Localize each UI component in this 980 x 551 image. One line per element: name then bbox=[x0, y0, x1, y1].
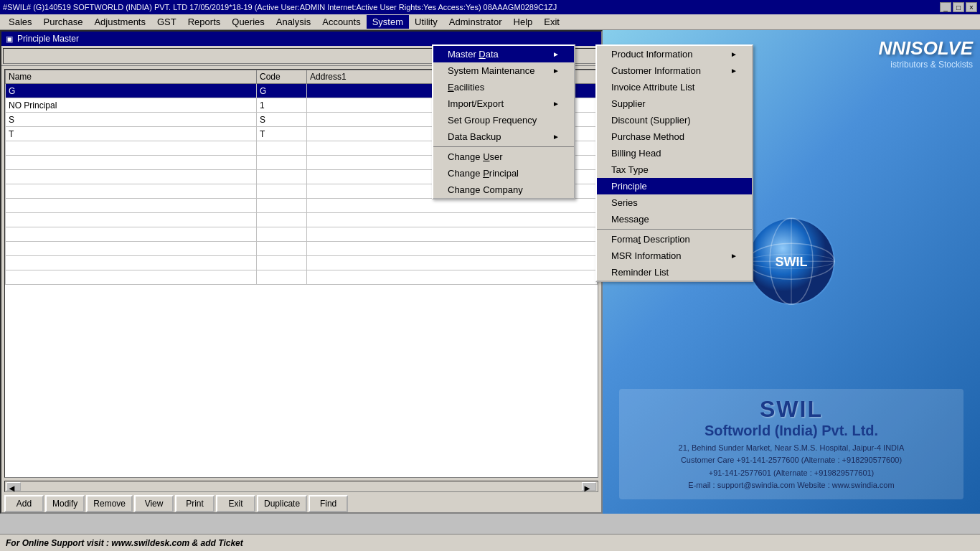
add-button[interactable]: Add bbox=[4, 495, 44, 512]
app-window-title: Principle Master bbox=[17, 34, 79, 44]
menu-exit[interactable]: Exit bbox=[538, 15, 565, 29]
submenu-item-billing-head[interactable]: Billing Head bbox=[597, 145, 752, 161]
email-line: E-mail : support@swindia.com Website : w… bbox=[631, 479, 952, 492]
menu-bar: Sales Purchase Adjustments GST Reports Q… bbox=[0, 14, 980, 30]
menu-item-change-company[interactable]: Change Company bbox=[433, 182, 574, 198]
submenu-item-principle[interactable]: Principle bbox=[597, 178, 752, 194]
print-button[interactable]: Print bbox=[175, 495, 215, 512]
care-line1: Customer Care +91-141-2577600 (Alternate… bbox=[631, 454, 952, 467]
submenu-item-tax-type[interactable]: Tax Type bbox=[597, 161, 752, 178]
menu-accounts[interactable]: Accounts bbox=[316, 15, 366, 29]
distributors-label: istributors & Stockists bbox=[890, 60, 973, 70]
horizontal-scrollbar[interactable]: ◄ ► bbox=[4, 481, 598, 492]
menu-item-change-principal[interactable]: Change Principal bbox=[433, 165, 574, 182]
menu-system[interactable]: System bbox=[367, 15, 409, 29]
submenu-item-invoice-attribute[interactable]: Invoice Attribute List bbox=[597, 79, 752, 95]
svg-text:SWIL: SWIL bbox=[776, 255, 808, 269]
menu-item-change-user[interactable]: Change User bbox=[433, 149, 574, 165]
submenu-separator bbox=[597, 229, 752, 230]
master-data-submenu: Product Information ► Customer Informati… bbox=[595, 44, 753, 282]
modify-button[interactable]: Modify bbox=[45, 495, 85, 512]
exit-button[interactable]: Exit bbox=[216, 495, 255, 512]
submenu-item-reminder-list[interactable]: Reminder List bbox=[597, 264, 752, 281]
status-text: For Online Support visit : www.swildesk.… bbox=[6, 538, 243, 548]
menu-help[interactable]: Help bbox=[508, 15, 539, 29]
menu-item-system-maintenance[interactable]: System Maintenance ► bbox=[433, 62, 574, 79]
table-row[interactable] bbox=[6, 227, 598, 242]
menu-queries[interactable]: Queries bbox=[226, 15, 270, 29]
submenu-item-purchase-method[interactable]: Purchase Method bbox=[597, 128, 752, 145]
system-dropdown-menu: Master Data ► System Maintenance ► Eacil… bbox=[432, 44, 575, 199]
swil-title: SWIL bbox=[631, 396, 952, 423]
company-info: SWIL Softworld (India) Pvt. Ltd. 21, Beh… bbox=[619, 389, 963, 499]
menu-sales[interactable]: Sales bbox=[3, 15, 38, 29]
menu-gst[interactable]: GST bbox=[151, 15, 182, 29]
table-row[interactable] bbox=[6, 199, 598, 213]
cell-name: T bbox=[6, 127, 257, 141]
maximize-button[interactable]: □ bbox=[953, 2, 964, 12]
menu-purchase[interactable]: Purchase bbox=[38, 15, 89, 29]
submenu-item-customer-info[interactable]: Customer Information ► bbox=[597, 62, 752, 79]
nisolve-branding: NNISOLVE istributors & Stockists bbox=[879, 37, 973, 70]
menu-item-master-data[interactable]: Master Data ► bbox=[433, 46, 574, 62]
table-row[interactable] bbox=[6, 242, 598, 256]
menu-adjustments[interactable]: Adjustments bbox=[88, 15, 151, 29]
button-bar: Add Modify Remove View Print Exit Duplic… bbox=[1, 492, 601, 515]
nisolve-text: NNISOLVE bbox=[879, 37, 973, 60]
address-line: 21, Behind Sunder Market, Near S.M.S. Ho… bbox=[631, 442, 952, 455]
app-title: #SWIL# (G)140519 SOFTWORLD (INDIA) PVT. … bbox=[3, 3, 557, 11]
cell-name: G bbox=[6, 84, 257, 98]
menu-separator bbox=[433, 146, 574, 147]
menu-item-set-group-frequency[interactable]: Set Group Frequency bbox=[433, 112, 574, 128]
title-bar: #SWIL# (G)140519 SOFTWORLD (INDIA) PVT. … bbox=[0, 0, 980, 14]
remove-button[interactable]: Remove bbox=[86, 495, 133, 512]
cell-code: S bbox=[257, 113, 307, 127]
title-bar-text: #SWIL# (G)140519 SOFTWORLD (INDIA) PVT. … bbox=[3, 3, 557, 11]
close-button[interactable]: × bbox=[966, 2, 977, 12]
app-title-bar: ▣ Principle Master bbox=[1, 32, 601, 46]
submenu-item-discount-supplier[interactable]: Discount (Supplier) bbox=[597, 112, 752, 128]
distributors-text: istributors & Stockists bbox=[879, 60, 973, 70]
menu-analysis[interactable]: Analysis bbox=[270, 15, 316, 29]
menu-item-data-backup[interactable]: Data Backup ► bbox=[433, 128, 574, 145]
submenu-item-supplier[interactable]: Supplier bbox=[597, 95, 752, 112]
company-name: Softworld (India) Pvt. Ltd. bbox=[631, 423, 952, 439]
menu-utility[interactable]: Utility bbox=[409, 15, 443, 29]
cell-name: NO Principal bbox=[6, 98, 257, 113]
submenu-item-series[interactable]: Series bbox=[597, 194, 752, 211]
submenu-item-product-info[interactable]: Product Information ► bbox=[597, 46, 752, 62]
care-line2: +91-141-2577601 (Alternate : +9198295776… bbox=[631, 467, 952, 480]
submenu-item-msr-info[interactable]: MSR Information ► bbox=[597, 248, 752, 264]
cell-code: T bbox=[257, 127, 307, 141]
view-button[interactable]: View bbox=[134, 495, 174, 512]
minimize-button[interactable]: _ bbox=[940, 2, 951, 12]
menu-item-import-export[interactable]: Import/Export ► bbox=[433, 95, 574, 112]
table-row[interactable] bbox=[6, 213, 598, 227]
cell-name: S bbox=[6, 113, 257, 127]
col-code: Code bbox=[257, 70, 307, 84]
col-name: Name bbox=[6, 70, 257, 84]
table-row[interactable] bbox=[6, 256, 598, 270]
company-address: 21, Behind Sunder Market, Near S.M.S. Ho… bbox=[631, 442, 952, 492]
duplicate-button[interactable]: Duplicate bbox=[257, 495, 307, 512]
status-bar: For Online Support visit : www.swildesk.… bbox=[0, 534, 980, 551]
menu-item-eacilities[interactable]: Eacilities bbox=[433, 79, 574, 95]
cell-code: G bbox=[257, 84, 307, 98]
nisolve-label: NISOLVE bbox=[892, 37, 973, 59]
menu-reports[interactable]: Reports bbox=[182, 15, 227, 29]
title-bar-controls[interactable]: _ □ × bbox=[940, 2, 977, 12]
menu-administrator[interactable]: Adminstrator bbox=[443, 15, 508, 29]
table-row[interactable] bbox=[6, 270, 598, 285]
globe-icon: SWIL bbox=[745, 215, 838, 310]
cell-code: 1 bbox=[257, 98, 307, 113]
main-area: ▣ Principle Master Name Code Address1 G bbox=[0, 30, 980, 514]
submenu-item-message[interactable]: Message bbox=[597, 211, 752, 227]
find-button[interactable]: Find bbox=[308, 495, 348, 512]
submenu-item-format-description[interactable]: Format Description bbox=[597, 231, 752, 248]
